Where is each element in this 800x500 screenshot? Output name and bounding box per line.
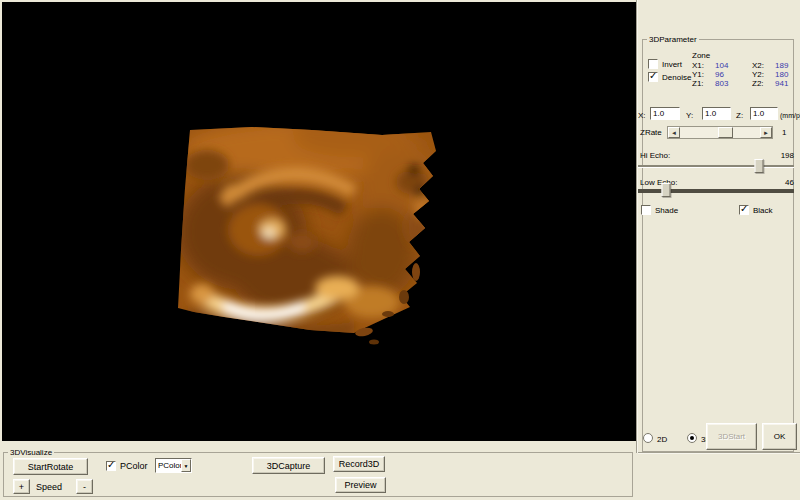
zone-z1-value: 803 (715, 79, 728, 88)
zrate-scroll-right-icon[interactable]: ► (760, 127, 772, 138)
zone-z2-value: 941 (775, 79, 788, 88)
zrate-label: ZRate (640, 128, 662, 137)
chevron-down-icon[interactable]: ▼ (181, 459, 191, 472)
shade-checkbox[interactable] (641, 205, 651, 215)
hi-echo-label: Hi Echo: (640, 151, 670, 160)
pcolor-checkbox[interactable] (106, 461, 116, 471)
start-rotate-button[interactable]: StartRotate (13, 458, 88, 475)
zone-y1-value: 96 (715, 70, 724, 79)
preview-button[interactable]: Preview (335, 477, 386, 493)
3d-viewport[interactable] (2, 2, 636, 441)
zone-z2-label: Z2: (752, 79, 764, 88)
hi-echo-slider[interactable] (638, 165, 794, 168)
zone-y2-value: 180 (775, 70, 788, 79)
zone-z1-label: Z1: (692, 79, 704, 88)
zrate-scrollbar-thumb[interactable] (718, 127, 733, 138)
y-scale-input[interactable] (702, 107, 731, 120)
hi-echo-slider-thumb[interactable] (755, 159, 764, 173)
3dstart-button[interactable]: 3DStart (706, 423, 757, 450)
visualize-group-title: 3DVisualize (8, 448, 54, 457)
z-scale-input[interactable] (750, 107, 778, 120)
pcolor-dropdown-value: PColor (158, 461, 182, 470)
ok-button[interactable]: OK (762, 423, 797, 450)
3dcapture-button[interactable]: 3DCapture (252, 457, 325, 474)
zrate-value: 1 (782, 128, 786, 137)
visualize-panel: 3DVisualize StartRotate + Speed - PColor… (0, 441, 636, 500)
scale-unit-label: (mm/p) (780, 111, 800, 120)
mode-3d-radio[interactable] (687, 433, 697, 443)
parameter-groupbox: 3DParameter (642, 39, 794, 452)
low-echo-slider-thumb[interactable] (662, 183, 671, 197)
application-window: 3DParameter Invert Denoise Zone X1: 104 … (0, 0, 800, 500)
pcolor-dropdown[interactable]: PColor ▼ (155, 458, 192, 473)
x-scale-input[interactable] (650, 107, 680, 120)
zone-y1-label: Y1: (692, 70, 704, 79)
black-label: Black (753, 206, 773, 215)
parameter-group-title: 3DParameter (647, 35, 699, 44)
speed-plus-button[interactable]: + (13, 479, 30, 494)
denoise-label: Denoise (662, 73, 691, 82)
zone-x1-value: 104 (715, 61, 728, 70)
speed-minus-button[interactable]: - (76, 479, 93, 494)
record3d-button[interactable]: Record3D (333, 456, 385, 472)
low-echo-slider[interactable] (638, 189, 794, 193)
invert-label: Invert (662, 60, 682, 69)
mode-2d-radio[interactable] (643, 433, 653, 443)
pcolor-label: PColor (120, 462, 148, 471)
zone-x2-value: 189 (775, 61, 788, 70)
zone-x1-label: X1: (692, 61, 704, 70)
zone-y2-label: Y2: (752, 70, 764, 79)
invert-checkbox[interactable] (648, 59, 658, 69)
low-echo-value: 46 (756, 178, 794, 187)
black-checkbox[interactable] (739, 205, 749, 215)
x-scale-label: X: (638, 111, 646, 120)
zone-x2-label: X2: (752, 61, 764, 70)
y-scale-label: Y: (686, 111, 693, 120)
ultrasound-render (2, 2, 636, 441)
shade-label: Shade (655, 206, 678, 215)
denoise-checkbox[interactable] (648, 72, 658, 82)
mode-2d-label: 2D (657, 435, 667, 444)
zone-label: Zone (692, 51, 710, 60)
low-echo-label: Low Echo: (640, 178, 677, 187)
parameter-panel: 3DParameter Invert Denoise Zone X1: 104 … (636, 0, 800, 500)
z-scale-label: Z: (736, 111, 743, 120)
zrate-scrollbar[interactable]: ◄ ► (667, 126, 773, 139)
speed-label: Speed (36, 483, 62, 492)
zrate-scroll-left-icon[interactable]: ◄ (668, 127, 680, 138)
